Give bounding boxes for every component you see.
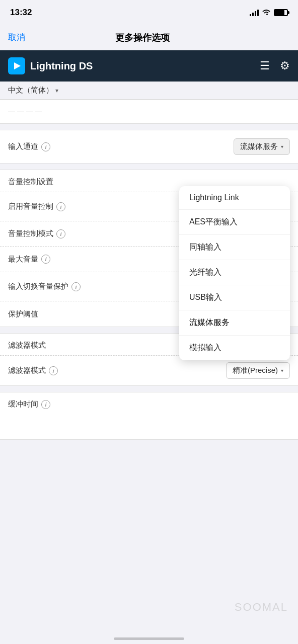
play-triangle-icon [14, 62, 21, 69]
enable-volume-info-icon[interactable]: i [56, 202, 65, 211]
battery-icon [274, 9, 288, 16]
input-channel-dropdown-menu[interactable]: Lightning Link AES平衡输入 同轴输入 光纤输入 USB输入 流… [179, 186, 290, 360]
enable-volume-label: 启用音量控制 i [8, 202, 65, 211]
dropdown-item-analog[interactable]: 模拟输入 [179, 336, 290, 360]
signal-icon [250, 9, 259, 16]
protection-threshold-text: 保护阈值 [8, 309, 38, 319]
filter-mode-info-icon[interactable]: i [49, 366, 58, 375]
input-channel-info-icon[interactable]: i [41, 142, 50, 151]
main-content: — — — — 输入通道 i 流媒体服务 ▾ Lightning Link AE… [0, 100, 298, 440]
dropdown-item-aes[interactable]: AES平衡输入 [179, 210, 290, 235]
volume-mode-info-icon[interactable]: i [56, 229, 65, 238]
volume-mode-text: 音量控制模式 [8, 229, 53, 238]
menu-icon[interactable]: ☰ [260, 59, 270, 72]
status-bar: 13:32 [0, 0, 298, 25]
input-protection-info-icon[interactable]: i [71, 282, 81, 291]
page-title: 更多操作选项 [115, 32, 170, 44]
wifi-icon [262, 9, 271, 17]
input-channel-value: 流媒体服务 [240, 142, 278, 151]
dropdown-item-streaming[interactable]: 流媒体服务 [179, 310, 290, 336]
filter-mode-text: 滤波器模式 [8, 366, 46, 375]
buffer-section: 缓冲时间 i [0, 392, 298, 440]
input-channel-row: 输入通道 i 流媒体服务 ▾ [0, 130, 298, 163]
protection-threshold-label: 保护阈值 [8, 309, 38, 319]
input-channel-label: 输入通道 i [8, 142, 50, 151]
filter-mode-dropdown-arrow: ▾ [281, 368, 283, 373]
cancel-button[interactable]: 取消 [8, 32, 25, 43]
input-channel-dropdown-arrow: ▾ [281, 144, 283, 149]
volume-mode-label: 音量控制模式 i [8, 229, 65, 238]
max-volume-info-icon[interactable]: i [41, 255, 50, 264]
dropdown-item-usb[interactable]: USB输入 [179, 285, 290, 310]
dropdown-item-optical[interactable]: 光纤输入 [179, 260, 290, 285]
filter-mode-value: 精准(Precise) [233, 366, 278, 375]
input-channel-text: 输入通道 [8, 142, 38, 151]
app-logo: Lightning DS [8, 57, 93, 74]
max-volume-label: 最大音量 i [8, 255, 50, 264]
settings-icon[interactable]: ⚙ [280, 59, 290, 72]
input-channel-section: 输入通道 i 流媒体服务 ▾ [0, 130, 298, 164]
language-selector[interactable]: 中文（简体） ▾ [0, 82, 298, 100]
partial-row: — — — — [8, 104, 290, 118]
status-time: 13:32 [10, 8, 32, 18]
app-header: Lightning DS ☰ ⚙ [0, 50, 298, 82]
input-protection-label: 输入切换音量保护 i [8, 282, 81, 291]
app-icon [8, 57, 25, 74]
input-protection-text: 输入切换音量保护 [8, 282, 68, 291]
input-channel-dropdown[interactable]: 流媒体服务 ▾ [234, 138, 290, 155]
enable-volume-text: 启用音量控制 [8, 202, 53, 211]
filter-mode-label: 滤波器模式 i [8, 366, 58, 375]
app-header-icons: ☰ ⚙ [260, 59, 290, 72]
dropdown-item-coax[interactable]: 同轴输入 [179, 235, 290, 260]
app-name: Lightning DS [30, 60, 93, 72]
max-volume-text: 最大音量 [8, 255, 38, 264]
language-label: 中文（简体） [8, 86, 53, 95]
partial-content: — — — — [8, 107, 42, 115]
partial-top-section: — — — — [0, 100, 298, 124]
dropdown-item-lightning-link[interactable]: Lightning Link [179, 186, 290, 210]
status-icons [250, 9, 288, 17]
watermark: SOOMAL [235, 601, 288, 614]
filter-mode-dropdown[interactable]: 精准(Precise) ▾ [226, 362, 290, 379]
buffer-title-text: 缓冲时间 [8, 399, 38, 409]
buffer-info-icon[interactable]: i [41, 400, 50, 409]
buffer-section-title: 缓冲时间 i [0, 392, 298, 414]
home-indicator [114, 637, 184, 640]
nav-bar: 取消 更多操作选项 [0, 25, 298, 50]
language-arrow-icon: ▾ [55, 87, 58, 94]
